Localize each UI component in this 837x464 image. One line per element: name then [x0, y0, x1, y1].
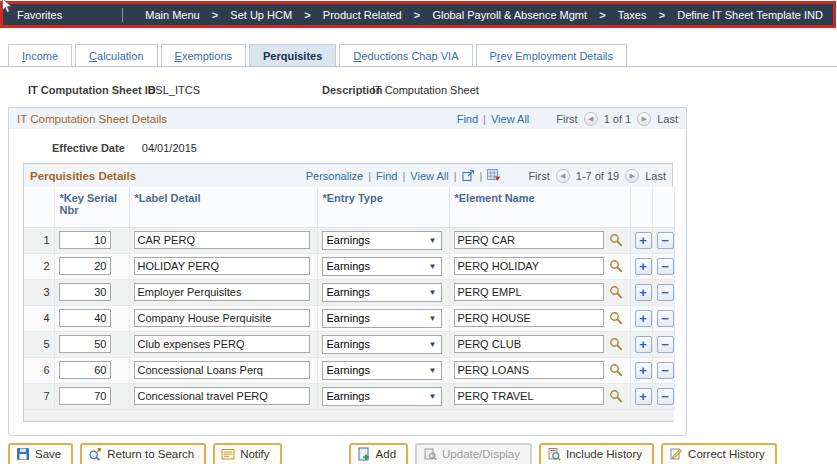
- key-serial-nbr-input[interactable]: [59, 309, 111, 327]
- section-find-link[interactable]: Find: [457, 113, 478, 125]
- delete-row-button[interactable]: −: [657, 336, 674, 353]
- add-row-button[interactable]: +: [635, 336, 652, 353]
- entry-type-select[interactable]: Earnings ▼: [322, 257, 442, 276]
- label-detail-input[interactable]: [134, 283, 310, 301]
- entry-type-select[interactable]: Earnings ▼: [322, 387, 442, 406]
- previous-rows-button[interactable]: ◀: [556, 169, 570, 183]
- entry-type-select[interactable]: Earnings ▼: [322, 231, 442, 250]
- dropdown-arrow-icon: ▼: [429, 236, 437, 245]
- tab-prev-employment-details[interactable]: Prev Employment Details: [476, 44, 628, 66]
- key-serial-nbr-input[interactable]: [59, 257, 111, 275]
- delete-row-button[interactable]: −: [657, 258, 674, 275]
- label-detail-input[interactable]: [134, 231, 310, 249]
- lookup-icon[interactable]: [609, 311, 623, 325]
- key-serial-nbr-input[interactable]: [59, 387, 111, 405]
- notify-button[interactable]: Notify: [213, 443, 281, 464]
- element-name-column-header: *Element Name: [449, 187, 630, 227]
- add-row-button[interactable]: +: [635, 362, 652, 379]
- add-row-button[interactable]: +: [635, 258, 652, 275]
- tab-accesskey-letter: E: [175, 50, 182, 62]
- lookup-icon[interactable]: [609, 285, 623, 299]
- delete-row-button[interactable]: −: [657, 310, 674, 327]
- delete-row-button[interactable]: −: [657, 388, 674, 405]
- grid-find-link[interactable]: Find: [376, 170, 397, 182]
- delete-row-button[interactable]: −: [657, 284, 674, 301]
- grid-header: Perquisities Details Personalize | Find …: [24, 164, 672, 187]
- label-detail-input[interactable]: [134, 257, 310, 275]
- tab-income[interactable]: Income: [8, 44, 72, 66]
- pagination-first-label: First: [528, 170, 549, 182]
- entry-type-select[interactable]: Earnings ▼: [322, 335, 442, 354]
- element-name-input[interactable]: [454, 335, 604, 353]
- breadcrumb-item-product-related[interactable]: Product Related: [323, 9, 402, 21]
- separator: |: [480, 170, 483, 182]
- key-serial-nbr-input[interactable]: [59, 283, 111, 301]
- separator: |: [454, 170, 457, 182]
- breadcrumb-item-taxes[interactable]: Taxes: [618, 9, 647, 21]
- pagination-last-label: Last: [657, 113, 678, 125]
- effective-date-value: 04/01/2015: [142, 142, 197, 154]
- breadcrumb-separator: >: [659, 9, 665, 21]
- add-row-button[interactable]: +: [635, 232, 652, 249]
- breadcrumb-separator: >: [304, 9, 310, 21]
- tab-calculation[interactable]: Calculation: [75, 44, 157, 66]
- element-name-input[interactable]: [454, 387, 604, 405]
- entry-type-value: Earnings: [327, 260, 370, 272]
- key-serial-nbr-input[interactable]: [59, 335, 111, 353]
- lookup-icon[interactable]: [609, 259, 623, 273]
- entry-type-select[interactable]: Earnings ▼: [322, 309, 442, 328]
- tab-deductions-chap-via[interactable]: Deductions Chap VIA: [339, 44, 472, 66]
- element-name-input[interactable]: [454, 361, 604, 379]
- table-row: 7 Earnings ▼ + −: [24, 383, 674, 409]
- include-history-button[interactable]: Include History: [539, 443, 654, 464]
- zoom-grid-icon[interactable]: [462, 169, 475, 182]
- lookup-icon[interactable]: [609, 337, 623, 351]
- add-button[interactable]: Add: [349, 443, 408, 464]
- element-name-input[interactable]: [454, 257, 604, 275]
- update-display-button[interactable]: Update/Display: [415, 443, 532, 464]
- effective-date-row: Effective Date 04/01/2015: [9, 129, 686, 160]
- download-to-excel-icon[interactable]: [487, 169, 501, 182]
- label-detail-input[interactable]: [134, 309, 310, 327]
- breadcrumb-item-define-it-sheet-template-ind[interactable]: Define IT Sheet Template IND: [677, 9, 823, 21]
- return-to-search-button[interactable]: Return to Search: [80, 443, 206, 464]
- next-page-button[interactable]: ▶: [637, 112, 651, 126]
- tab-perquisites[interactable]: Perquisites: [249, 44, 336, 66]
- section-view-all-link[interactable]: View All: [491, 113, 529, 125]
- grid-view-all-link[interactable]: View All: [410, 170, 448, 182]
- entry-type-select[interactable]: Earnings ▼: [322, 283, 442, 302]
- element-name-input[interactable]: [454, 309, 604, 327]
- correct-history-button[interactable]: Correct History: [661, 443, 777, 464]
- breadcrumb-item-set-up-hcm[interactable]: Set Up HCM: [230, 9, 292, 21]
- element-name-input[interactable]: [454, 283, 604, 301]
- previous-page-button[interactable]: ◀: [584, 112, 598, 126]
- add-row-button[interactable]: +: [635, 388, 652, 405]
- include-history-icon: [547, 447, 561, 461]
- tab-bar: IncomeCalculationExemptionsPerquisitesDe…: [0, 44, 837, 67]
- lookup-icon[interactable]: [609, 233, 623, 247]
- label-detail-column-header: *Label Detail: [129, 187, 317, 227]
- key-serial-nbr-input[interactable]: [59, 231, 111, 249]
- row-number: 2: [24, 253, 54, 279]
- key-fields: IT Computation Sheet ID BSL_ITCS Descrip…: [0, 84, 837, 99]
- label-detail-input[interactable]: [134, 387, 310, 405]
- breadcrumb-item-global-payroll-absence-mgmt[interactable]: Global Payroll & Absence Mgmt: [432, 9, 587, 21]
- personalize-link[interactable]: Personalize: [306, 170, 363, 182]
- lookup-icon[interactable]: [609, 363, 623, 377]
- add-row-button[interactable]: +: [635, 284, 652, 301]
- save-button[interactable]: Save: [8, 443, 73, 464]
- next-rows-button[interactable]: ▶: [625, 169, 639, 183]
- delete-row-button[interactable]: −: [657, 232, 674, 249]
- breadcrumb-item-main-menu[interactable]: Main Menu: [145, 9, 199, 21]
- lookup-icon[interactable]: [609, 389, 623, 403]
- label-detail-input[interactable]: [134, 335, 310, 353]
- label-detail-input[interactable]: [134, 361, 310, 379]
- add-row-button[interactable]: +: [635, 310, 652, 327]
- delete-row-button[interactable]: −: [657, 362, 674, 379]
- breadcrumb-favorites[interactable]: Favorites: [17, 9, 62, 21]
- tab-exemptions[interactable]: Exemptions: [161, 44, 246, 66]
- key-serial-nbr-input[interactable]: [59, 361, 111, 379]
- element-name-input[interactable]: [454, 231, 604, 249]
- tab-label-part: ncome: [25, 50, 58, 62]
- entry-type-select[interactable]: Earnings ▼: [322, 361, 442, 380]
